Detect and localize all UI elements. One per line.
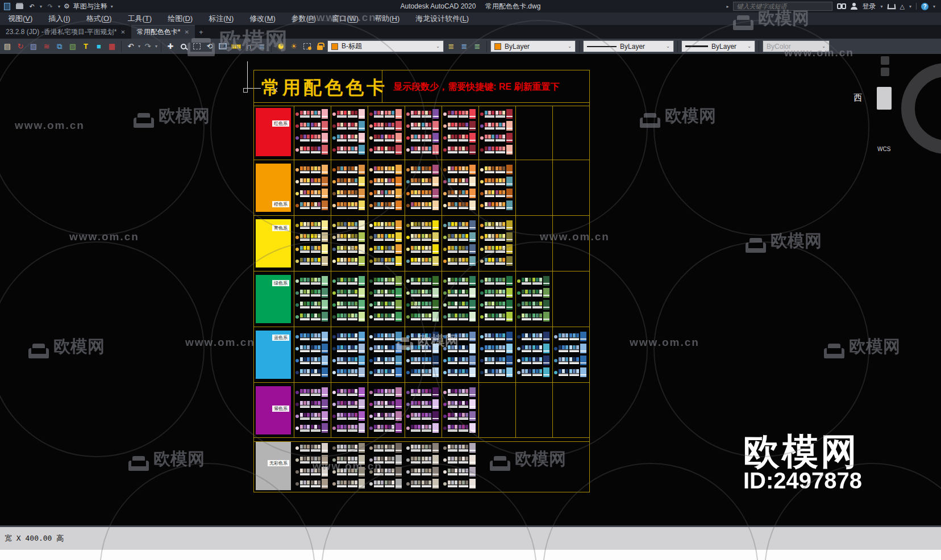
measure-icon[interactable] <box>230 40 242 52</box>
title-bar: ↶ ▾ ↷ ▾ ⚙ 草图与注释 ▾ Autodesk AutoCAD 2020 … <box>0 0 941 12</box>
tab-close-icon[interactable]: ✕ <box>120 29 125 35</box>
workspace-gear-icon[interactable]: ⚙ <box>64 2 70 10</box>
layer-on-off-icon[interactable] <box>275 40 286 52</box>
autodesk-logo-icon[interactable]: △ <box>900 3 905 10</box>
palette-card <box>480 331 512 379</box>
make-object-layer-current-icon[interactable]: ≣ <box>445 40 457 52</box>
linetype-manager-icon[interactable]: ≋ <box>41 40 52 52</box>
navbar-wheel-icon[interactable] <box>881 56 889 65</box>
palette-card <box>295 442 327 490</box>
palette-card <box>406 331 438 379</box>
taskbar-strip <box>0 550 941 560</box>
menu-item-2[interactable]: 格式(O) <box>78 14 120 24</box>
command-bar[interactable]: 宽 X 400.00 高 <box>0 525 941 550</box>
layer-viewport-icon[interactable] <box>301 40 313 52</box>
search-icon[interactable] <box>837 3 846 9</box>
palette-card <box>369 164 401 212</box>
sign-in-dropdown-icon[interactable]: ▾ <box>880 4 882 9</box>
block-icon[interactable]: ■ <box>93 40 105 52</box>
redo-list-icon[interactable]: ▾ <box>155 44 157 49</box>
navbar-pan-icon[interactable] <box>881 68 889 76</box>
palette-card <box>295 386 327 434</box>
undo-dropdown-icon[interactable]: ▾ <box>40 4 42 9</box>
sign-in-link[interactable]: 登录 <box>862 2 876 11</box>
help-dropdown-icon[interactable]: ▾ <box>933 4 935 9</box>
menu-item-4[interactable]: 绘图(D) <box>160 14 201 24</box>
user-icon[interactable] <box>851 3 857 10</box>
lineweight-dropdown[interactable]: ByLayer ⌄ <box>681 40 755 52</box>
menu-item-10[interactable]: 海龙设计软件(L) <box>407 14 477 24</box>
menu-item-5[interactable]: 标注(N) <box>201 14 242 24</box>
linetype-dropdown[interactable]: ByLayer ⌄ <box>583 40 674 52</box>
palette-card <box>406 442 438 490</box>
help-icon[interactable]: ? <box>921 3 928 10</box>
search-expand-icon[interactable]: ▸ <box>726 4 728 9</box>
undo-arrow-icon[interactable]: ↶ <box>125 40 136 52</box>
file-tab-1[interactable]: 常用配色色卡*✕ <box>131 25 195 39</box>
table-grid-line <box>253 327 589 327</box>
file-tab-0[interactable]: 23.2.8 (JD) -香港私宅项目-平面规划*✕ <box>0 25 131 39</box>
plot-icon[interactable] <box>15 2 24 10</box>
palette-card <box>406 386 438 434</box>
table-grid-line <box>253 271 589 271</box>
viewcube-wcs-label[interactable]: WCS <box>877 146 890 152</box>
row-main-swatch-0: 红色系 <box>256 108 291 156</box>
layer-translate-icon[interactable]: ≣ <box>256 40 268 52</box>
viewcube-compass-ring[interactable] <box>901 63 941 154</box>
menu-item-3[interactable]: 工具(T) <box>119 14 160 24</box>
undo-list-icon[interactable]: ▾ <box>138 44 140 49</box>
object-snap-icon[interactable]: ∩ <box>243 40 255 52</box>
table-icon[interactable]: ▦ <box>106 40 118 52</box>
layer-match-icon[interactable]: ≣ <box>472 40 483 52</box>
properties-icon[interactable] <box>217 40 228 52</box>
zoom-previous-icon[interactable]: ⟲ <box>204 40 215 52</box>
palette-card <box>295 275 327 323</box>
menu-item-6[interactable]: 修改(M) <box>242 14 284 24</box>
pan-icon[interactable]: ✚ <box>165 40 176 52</box>
palette-card <box>443 219 475 268</box>
menu-item-8[interactable]: 窗口(W) <box>324 14 367 24</box>
drawing-canvas[interactable]: ✕ 常用配色色卡显示段数少，需要快捷键: RE 刷新重置下红色系橙色系黄色系绿色… <box>0 54 941 525</box>
redo-arrow-icon[interactable]: ↷ <box>142 40 153 52</box>
layer-states-icon[interactable]: ↻ <box>15 40 26 52</box>
copy-icon[interactable]: ⧉ <box>54 40 65 52</box>
menu-item-7[interactable]: 参数(P) <box>284 14 324 24</box>
menu-bar: 视图(V)插入(I)格式(O)工具(T)绘图(D)标注(N)修改(M)参数(P)… <box>0 12 941 25</box>
palette-card <box>332 275 364 323</box>
menu-item-1[interactable]: 插入(I) <box>40 14 78 24</box>
redo-dropdown-icon[interactable]: ▾ <box>58 4 60 9</box>
menu-item-0[interactable]: 视图(V) <box>0 14 40 24</box>
redo-icon[interactable]: ↷ <box>45 2 55 10</box>
layer-dropdown[interactable]: B-标题 ⌄ <box>327 40 444 52</box>
new-tab-button[interactable]: + <box>195 25 207 39</box>
layer-thaw-icon[interactable]: ☀ <box>288 40 299 52</box>
palette-card <box>295 331 327 379</box>
quick-access-toolbar: ↶ ▾ ↷ ▾ ⚙ 草图与注释 ▾ <box>0 2 113 11</box>
text-icon[interactable]: T <box>80 40 91 52</box>
palette-card <box>443 331 475 379</box>
image-icon[interactable]: ▧ <box>67 40 78 52</box>
table-grid-line <box>253 106 589 106</box>
undo-icon[interactable]: ↶ <box>27 2 36 10</box>
palette-card <box>369 219 401 268</box>
row-label: 蓝色系 <box>272 335 289 341</box>
hatch-icon[interactable]: ▨ <box>28 40 39 52</box>
viewcube-west-face[interactable] <box>877 87 892 110</box>
app-store-cart-icon[interactable] <box>887 4 896 9</box>
viewcube-west-label[interactable]: 西 <box>853 93 862 103</box>
autodesk-dropdown-icon[interactable]: ▾ <box>909 4 911 9</box>
workspace-selector[interactable]: 草图与注释 <box>73 2 107 11</box>
zoom-icon[interactable] <box>178 40 189 52</box>
menu-item-9[interactable]: 帮助(H) <box>367 14 407 24</box>
color-dropdown[interactable]: ByLayer ⌄ <box>490 40 576 52</box>
search-input[interactable] <box>733 2 832 11</box>
workspace-dropdown-icon[interactable]: ▾ <box>111 4 113 9</box>
layer-previous-icon[interactable]: ≣ <box>459 40 470 52</box>
tab-close-icon[interactable]: ✕ <box>184 29 189 35</box>
app-menu-icon[interactable] <box>2 2 11 10</box>
zoom-window-icon[interactable] <box>191 40 202 52</box>
lineweight-value: ByLayer <box>711 43 736 51</box>
table-grid-line <box>294 106 294 437</box>
layer-lock-icon[interactable] <box>314 40 326 52</box>
layer-properties-icon[interactable]: ▤ <box>2 40 13 52</box>
